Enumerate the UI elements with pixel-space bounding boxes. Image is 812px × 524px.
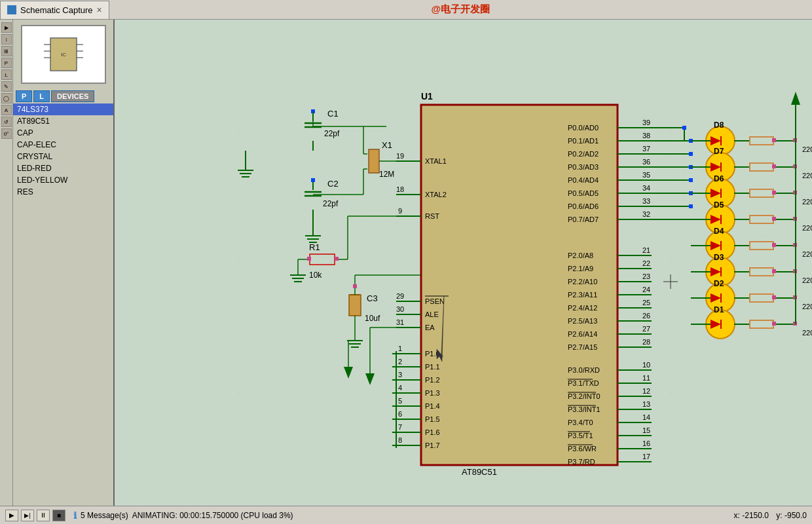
svg-text:12: 12	[642, 387, 650, 395]
svg-text:6: 6	[398, 410, 402, 418]
svg-text:22pf: 22pf	[323, 199, 339, 208]
svg-text:32: 32	[642, 210, 650, 218]
toolbar-btn-1[interactable]: ▶	[1, 22, 12, 33]
svg-text:P0.7/AD7: P0.7/AD7	[568, 215, 599, 223]
svg-rect-210	[682, 126, 686, 130]
svg-text:P0.1/AD1: P0.1/AD1	[568, 137, 599, 145]
svg-text:P2.0/A8: P2.0/A8	[568, 252, 593, 259]
svg-text:P1.3: P1.3	[425, 389, 440, 397]
svg-text:XTAL1: XTAL1	[425, 157, 447, 165]
svg-text:34: 34	[642, 184, 650, 192]
status-bar: ▶ ▶| ⏸ ■ ℹ 5 Message(s) ANIMATING: 00:00…	[0, 506, 812, 524]
svg-text:P2.3/A11: P2.3/A11	[568, 291, 597, 299]
device-item-cap-elec[interactable]: CAP-ELEC	[13, 139, 113, 151]
device-item-res[interactable]: RES	[13, 186, 113, 198]
svg-text:EA: EA	[425, 324, 435, 331]
toolbar-btn-7[interactable]: ◯	[1, 93, 12, 103]
svg-text:220: 220	[802, 276, 812, 284]
device-item-74ls373[interactable]: 74LS373	[13, 103, 113, 115]
svg-text:P0.0/AD0: P0.0/AD0	[568, 124, 599, 132]
svg-rect-318	[772, 217, 776, 221]
svg-text:17: 17	[642, 453, 650, 460]
svg-rect-32	[369, 149, 379, 173]
svg-text:10: 10	[642, 361, 650, 369]
svg-text:8: 8	[398, 436, 402, 444]
svg-text:7: 7	[398, 423, 402, 431]
toolbar-btn-8[interactable]: A	[1, 105, 12, 115]
svg-rect-315	[772, 138, 776, 142]
svg-text:P1.2: P1.2	[425, 376, 440, 384]
svg-text:220: 220	[802, 145, 812, 153]
svg-text:PSEN: PSEN	[425, 297, 445, 305]
step-button[interactable]: ▶|	[21, 510, 34, 521]
schematic-canvas[interactable]: C1 22pf C2 22pf X1 1	[115, 20, 812, 506]
svg-text:X1: X1	[382, 140, 392, 150]
svg-text:39: 39	[642, 119, 650, 126]
svg-text:15: 15	[642, 426, 650, 434]
toolbar-btn-9[interactable]: ↺	[1, 117, 12, 127]
svg-text:31: 31	[396, 318, 404, 326]
svg-text:P0.2/AD2: P0.2/AD2	[568, 150, 599, 158]
svg-text:26: 26	[642, 312, 650, 320]
center-title: @电子开发圈	[109, 3, 812, 16]
svg-text:10uf: 10uf	[365, 314, 380, 323]
svg-text:ALE: ALE	[425, 310, 439, 318]
tab-bar: Schematic Capture × @电子开发圈	[0, 0, 812, 20]
svg-text:D6: D6	[714, 174, 724, 183]
device-item-crystal[interactable]: CRYSTAL	[13, 151, 113, 162]
svg-rect-57	[307, 257, 311, 261]
panel-tab-devices[interactable]: DEVICES	[51, 90, 94, 102]
svg-text:220: 220	[802, 303, 812, 310]
toolbar-btn-4[interactable]: P	[1, 58, 12, 68]
svg-text:23: 23	[642, 272, 650, 280]
svg-text:11: 11	[642, 374, 650, 382]
svg-text:D8: D8	[714, 121, 724, 130]
pause-button[interactable]: ⏸	[37, 510, 50, 521]
svg-rect-320	[772, 269, 776, 273]
svg-text:D1: D1	[714, 305, 724, 314]
toolbar-btn-5[interactable]: L	[1, 69, 12, 80]
status-info: ℹ 5 Message(s) ANIMATING: 00:00:15.75000…	[73, 510, 293, 521]
toolbar-btn-10[interactable]: 0°	[1, 128, 12, 139]
svg-text:P1.5: P1.5	[425, 415, 440, 423]
tab-title: Schematic Capture	[20, 5, 93, 15]
svg-rect-317	[772, 191, 776, 195]
svg-text:D3: D3	[714, 253, 724, 262]
stop-button[interactable]: ■	[52, 510, 65, 521]
svg-rect-59	[349, 295, 361, 316]
toolbar-btn-6[interactable]: ✎	[1, 81, 12, 92]
svg-rect-321	[772, 295, 776, 299]
play-button[interactable]: ▶	[5, 510, 18, 521]
y-label: y:	[776, 511, 782, 520]
panel-tab-l[interactable]: L	[33, 90, 50, 102]
device-item-at89c51[interactable]: AT89C51	[13, 115, 113, 127]
toolbar-btn-2[interactable]: ↕	[1, 34, 12, 45]
panel-tab-p[interactable]: P	[16, 90, 32, 102]
device-item-led-red[interactable]: LED-RED	[13, 162, 113, 174]
svg-text:P2.2/A10: P2.2/A10	[568, 278, 597, 286]
svg-text:36: 36	[642, 158, 650, 166]
svg-text:24: 24	[642, 286, 650, 293]
schematic-capture-tab[interactable]: Schematic Capture ×	[0, 1, 109, 19]
device-item-led-yellow[interactable]: LED-YELLOW	[13, 174, 113, 186]
svg-text:D7: D7	[714, 147, 724, 156]
side-panel: IC P L DEVICES 74LS373 AT89C51 CAP CAP-E…	[13, 20, 115, 506]
svg-text:C2: C2	[327, 179, 339, 189]
svg-rect-319	[772, 243, 776, 247]
preview-box: IC	[21, 25, 106, 84]
main-layout: ▶ ↕ ⊞ P L ✎ ◯ A ↺ 0° IC P L DEVICES	[0, 20, 812, 506]
toolbar-btn-3[interactable]: ⊞	[1, 46, 12, 56]
svg-text:220: 220	[802, 198, 812, 206]
svg-text:4: 4	[398, 384, 402, 392]
y-value: -950.0	[784, 511, 807, 520]
svg-text:9: 9	[398, 207, 402, 215]
svg-text:38: 38	[642, 132, 650, 140]
svg-rect-58	[335, 257, 339, 261]
schematic-svg: C1 22pf C2 22pf X1 1	[115, 20, 812, 506]
device-item-cap[interactable]: CAP	[13, 127, 113, 139]
tab-close-button[interactable]: ×	[97, 5, 102, 15]
coordinates: x: -2150.0 y: -950.0	[734, 511, 807, 520]
svg-text:C3: C3	[367, 293, 378, 303]
svg-text:P0.6/AD6: P0.6/AD6	[568, 202, 599, 210]
svg-text:P3.7/RD: P3.7/RD	[568, 458, 595, 466]
